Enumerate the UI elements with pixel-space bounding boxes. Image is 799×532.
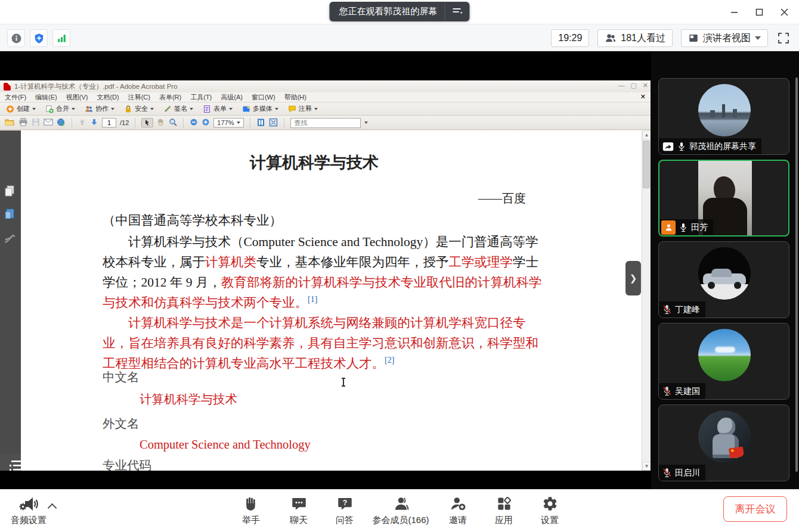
settings-button[interactable]: 设置: [517, 496, 583, 526]
minimize-button[interactable]: [724, 4, 744, 20]
tool-create-button[interactable]: 创建: [6, 104, 36, 113]
find-options-caret[interactable]: [364, 122, 368, 124]
menu-file[interactable]: 文件(F): [5, 93, 26, 102]
doc-paragraph-line: 与技术和仿真科学与技术两个专业。[1]: [103, 294, 317, 311]
field-label: 中文名: [103, 369, 140, 385]
doc-title: 计算机科学与技术: [103, 152, 526, 173]
participant-name: 丁建峰: [675, 304, 700, 315]
page-thumbnails-icon[interactable]: [4, 185, 16, 198]
meeting-toolbar: 19:29 181人看过 演讲者视图: [0, 24, 799, 51]
tool-sign-button[interactable]: 签名: [163, 104, 193, 113]
network-quality-button[interactable]: [52, 29, 70, 47]
fit-page-button[interactable]: [269, 118, 278, 128]
pdf-document-page[interactable]: 计算机科学与技术 ——百度 （中国普通高等学校本科专业） 计算机科学与技术（Co…: [21, 130, 642, 471]
participants-button[interactable]: 参会成员(166): [368, 496, 433, 526]
menu-tools[interactable]: 工具(T): [190, 93, 212, 102]
field-label: 外文名: [103, 415, 140, 432]
close-button[interactable]: [774, 4, 794, 20]
tool-multimedia-button[interactable]: 多媒体: [242, 104, 278, 113]
leave-meeting-button[interactable]: 离开会议: [723, 496, 787, 522]
open-button[interactable]: [5, 118, 15, 127]
invite-icon: [450, 496, 466, 512]
zoom-in-button[interactable]: [202, 118, 210, 127]
participant-tile[interactable]: 吴建国: [658, 323, 789, 400]
previous-page-button[interactable]: [78, 118, 86, 127]
citation-link[interactable]: [1]: [308, 295, 317, 304]
participant-tile-active-speaker[interactable]: 田芳: [658, 160, 789, 237]
doc-source: ——百度: [103, 191, 526, 207]
hand-tool-button[interactable]: [157, 118, 165, 127]
fullscreen-button[interactable]: [776, 31, 791, 45]
menu-document[interactable]: 文档(D): [97, 93, 119, 102]
multimedia-icon: [242, 105, 250, 113]
chat-icon: [291, 496, 307, 512]
shield-plus-icon: [33, 33, 45, 44]
field-label: 专业代码: [103, 457, 151, 471]
save-button[interactable]: [32, 118, 40, 127]
signatures-panel-icon[interactable]: [4, 232, 16, 245]
menu-help[interactable]: 帮助(H): [284, 93, 306, 102]
email-button[interactable]: [44, 119, 53, 127]
svg-text:?: ?: [342, 499, 347, 507]
page-total-label: /12: [120, 119, 129, 126]
maximize-button[interactable]: [749, 4, 769, 20]
tool-secure-button[interactable]: 安全: [124, 104, 154, 113]
speaker-view-icon: [688, 33, 699, 43]
pages-panel-icon[interactable]: [4, 208, 16, 221]
zoom-out-button[interactable]: [190, 118, 198, 127]
acrobat-minimize-button[interactable]: —: [618, 82, 624, 89]
screen-watch-banner: 您正在观看郭茂祖的屏幕: [330, 2, 470, 21]
security-button[interactable]: [30, 29, 48, 47]
mic-icon: [679, 223, 687, 232]
menu-edit[interactable]: 编辑(E): [35, 93, 57, 102]
form-icon: [203, 105, 211, 113]
audio-settings-control[interactable]: 音频设置: [11, 496, 56, 526]
menu-comments[interactable]: 注释(C): [128, 93, 150, 102]
participant-tile[interactable]: 郭茂祖的屏幕共享: [658, 78, 789, 155]
menu-forms[interactable]: 表单(R): [159, 93, 181, 102]
menu-window[interactable]: 窗口(W): [252, 93, 275, 102]
scroll-up-arrow[interactable]: ▲: [642, 130, 651, 139]
menu-advanced[interactable]: 高级(A): [221, 93, 243, 102]
tool-combine-button[interactable]: 合并: [45, 104, 75, 113]
viewer-count[interactable]: 181人看过: [597, 29, 673, 47]
print-button[interactable]: [18, 118, 28, 127]
mic-muted-icon: [662, 468, 671, 478]
page-number-input[interactable]: [102, 118, 116, 127]
panel-expand-handle[interactable]: ❯: [625, 261, 641, 295]
speaker-settings-icon: [18, 496, 38, 512]
participant-tile[interactable]: 丁建峰: [658, 241, 789, 318]
upload-web-button[interactable]: [57, 118, 66, 128]
meeting-info-button[interactable]: [7, 29, 25, 47]
audio-options-chevron[interactable]: [49, 503, 56, 510]
sidebar-scrollbar[interactable]: [795, 77, 798, 472]
find-input[interactable]: [290, 118, 361, 128]
document-scrollbar[interactable]: ▲ ▼: [642, 130, 651, 471]
raise-hand-icon: [243, 496, 259, 512]
zoom-level-select[interactable]: 177%: [213, 118, 244, 127]
view-mode-selector[interactable]: 演讲者视图: [681, 29, 768, 47]
citation-link[interactable]: [2]: [385, 356, 394, 365]
acrobat-maximize-button[interactable]: ▢: [630, 82, 636, 89]
scrolling-mode-button[interactable]: [256, 118, 265, 128]
menubar-close-icon[interactable]: ✕: [640, 93, 646, 101]
doc-paragraph-line: 计算机科学与技术（Computer Science and Technology…: [128, 233, 538, 250]
participant-tile[interactable]: 田启川: [658, 405, 789, 481]
tool-collaborate-button[interactable]: 协作: [85, 104, 114, 113]
menu-view[interactable]: 视图(V): [66, 93, 88, 102]
presenter-badge: [661, 220, 676, 235]
avatar: [698, 329, 751, 381]
banner-menu-button[interactable]: [445, 2, 470, 21]
meeting-clock: 19:29: [551, 29, 589, 47]
tool-comment-button[interactable]: 注释: [288, 104, 318, 113]
next-page-button[interactable]: [90, 118, 98, 127]
scroll-down-arrow[interactable]: ▼: [642, 462, 651, 471]
zoom-tool-button[interactable]: [169, 118, 177, 127]
acrobat-close-button[interactable]: ✕: [643, 82, 648, 89]
scrollbar-thumb[interactable]: [643, 141, 650, 188]
meeting-app-window: 您正在观看郭茂祖的屏幕: [0, 0, 799, 532]
tool-forms-button[interactable]: 表单: [203, 104, 233, 113]
fit-window-icon: [269, 118, 278, 127]
select-tool-button[interactable]: [141, 118, 153, 127]
participant-name: 吴建国: [675, 386, 700, 397]
